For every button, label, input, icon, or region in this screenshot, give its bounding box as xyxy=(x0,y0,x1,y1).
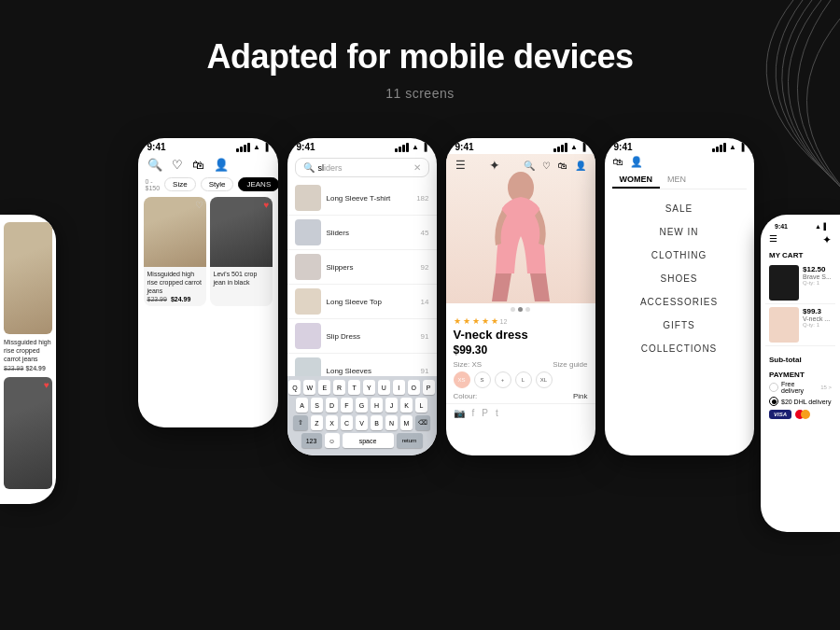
key-i[interactable]: I xyxy=(393,380,405,395)
key-s[interactable]: S xyxy=(311,398,323,413)
key-t[interactable]: T xyxy=(348,380,360,395)
result-thumb-4 xyxy=(295,323,321,349)
star-4: ★ xyxy=(482,316,489,326)
wishlist-heart[interactable]: ♥ xyxy=(44,380,49,390)
nav-clothing[interactable]: CLOTHING xyxy=(605,244,754,267)
style-filter[interactable]: Style xyxy=(201,177,234,191)
nav-gifts[interactable]: GIFTS xyxy=(605,314,754,337)
search-icon[interactable]: 🔍 xyxy=(147,158,162,172)
heart-icon[interactable]: ♡ xyxy=(172,158,183,172)
bag-icon-3[interactable]: 🛍 xyxy=(558,161,567,171)
product-card-1[interactable]: ♡ Missguided high rise cropped carrot je… xyxy=(144,197,206,306)
heart-1[interactable]: ♡ xyxy=(195,200,203,210)
twitter-icon[interactable]: t xyxy=(496,408,498,418)
search-bar[interactable]: 🔍 sliders ✕ xyxy=(295,158,429,177)
bag-icon-4[interactable]: 🛍 xyxy=(612,156,623,168)
search-result-3[interactable]: Long Sleeve Top 14 xyxy=(287,285,437,319)
product-model-figure xyxy=(479,171,563,301)
key-u[interactable]: U xyxy=(378,380,390,395)
subtotal-label: Sub-total xyxy=(769,356,802,364)
cart-qty-1: Q-ty: 1 xyxy=(803,280,832,286)
product-card-2[interactable]: ♥ Levi's 501 crop jean in black xyxy=(210,197,273,306)
time-2: 9:41 xyxy=(297,142,315,152)
key-n[interactable]: N xyxy=(385,415,398,430)
key-o[interactable]: O xyxy=(408,380,420,395)
jeans-filter[interactable]: JEANS xyxy=(238,177,277,191)
key-b[interactable]: B xyxy=(371,415,383,430)
hamburger-icon[interactable]: ☰ xyxy=(455,159,466,172)
size-guide[interactable]: Size guide xyxy=(553,360,587,369)
key-e[interactable]: E xyxy=(318,380,330,395)
key-d[interactable]: D xyxy=(326,398,338,413)
key-shift[interactable]: ⇧ xyxy=(293,415,308,430)
instagram-icon[interactable]: 📷 xyxy=(454,408,465,418)
status-bar-2: 9:41 ▲ ▐ xyxy=(287,138,437,154)
search-result-0[interactable]: Long Sleeve T-shirt 182 xyxy=(287,181,437,216)
heart-2[interactable]: ♥ xyxy=(264,200,270,210)
key-c[interactable]: C xyxy=(341,415,353,430)
search-result-4[interactable]: Slip Dress 91 xyxy=(287,319,437,354)
free-radio[interactable] xyxy=(769,383,778,392)
heart-icon-3[interactable]: ♡ xyxy=(542,161,551,171)
key-q[interactable]: Q xyxy=(288,380,301,395)
dhl-radio[interactable] xyxy=(769,397,778,406)
nav-new-in[interactable]: NEW IN xyxy=(605,220,754,244)
pinterest-icon[interactable]: P xyxy=(482,408,488,418)
key-x[interactable]: X xyxy=(326,415,338,430)
key-h[interactable]: H xyxy=(371,398,383,413)
key-return[interactable]: return xyxy=(397,433,423,448)
facebook-icon[interactable]: f xyxy=(472,408,475,418)
user-icon[interactable]: 👤 xyxy=(214,158,229,172)
nav-shoes[interactable]: SHOES xyxy=(605,267,754,290)
key-p[interactable]: P xyxy=(423,380,435,395)
product-detail-title: V-neck dress xyxy=(446,326,595,343)
screen-count: 11 screens xyxy=(19,86,821,101)
key-y[interactable]: Y xyxy=(363,380,375,395)
partial-product-name: Missguided high rise cropped carrot jean… xyxy=(4,338,52,363)
bag-icon[interactable]: 🛍 xyxy=(192,158,204,172)
search-result-1[interactable]: Sliders 45 xyxy=(287,216,437,250)
delivery-options-partial: Free delivery 15 > $20 DHL delivery xyxy=(765,381,835,406)
nav-accessories[interactable]: ACCESSORIES xyxy=(605,290,754,314)
key-w[interactable]: W xyxy=(303,380,315,395)
user-icon-3[interactable]: 👤 xyxy=(575,161,586,171)
size-m[interactable]: + xyxy=(495,371,511,388)
key-123[interactable]: 123 xyxy=(301,433,322,448)
time-3: 9:41 xyxy=(455,142,474,152)
key-k[interactable]: K xyxy=(400,398,413,413)
product-grid: ♡ Missguided high rise cropped carrot je… xyxy=(138,197,278,306)
size-xl[interactable]: XL xyxy=(536,371,553,388)
key-m[interactable]: M xyxy=(400,415,413,430)
clear-search-button[interactable]: ✕ xyxy=(413,162,421,173)
colour-value: Pink xyxy=(573,392,588,400)
key-f[interactable]: F xyxy=(341,398,353,413)
size-l[interactable]: L xyxy=(515,371,532,388)
size-s[interactable]: S xyxy=(474,371,491,388)
nav-icons-3: 🔍 ♡ 🛍 👤 xyxy=(524,161,586,171)
key-r[interactable]: R xyxy=(333,380,345,395)
key-emoji[interactable]: ☺ xyxy=(325,433,340,448)
key-a[interactable]: A xyxy=(296,398,308,413)
hamburger-partial[interactable]: ☰ xyxy=(769,233,777,246)
wifi-icon-2: ▲ xyxy=(412,143,419,151)
header-section: Adapted for mobile devices 11 screens xyxy=(0,0,840,129)
key-g[interactable]: G xyxy=(356,398,368,413)
tab-men[interactable]: MEN xyxy=(660,172,693,189)
nav-sale[interactable]: SALE xyxy=(605,197,754,220)
key-l[interactable]: L xyxy=(415,398,427,413)
user-icon-4[interactable]: 👤 xyxy=(630,156,643,168)
cart-name-2: V-neck ... xyxy=(803,315,830,322)
key-v[interactable]: V xyxy=(356,415,368,430)
tab-women[interactable]: WOMEN xyxy=(612,172,661,189)
key-space[interactable]: space xyxy=(343,433,394,448)
size-xs[interactable]: XS xyxy=(454,371,470,388)
key-delete[interactable]: ⌫ xyxy=(415,415,430,430)
cart-price-1: $12.50 xyxy=(803,265,832,273)
search-icon-3[interactable]: 🔍 xyxy=(524,161,535,171)
key-j[interactable]: J xyxy=(385,398,398,413)
search-result-2[interactable]: Slippers 92 xyxy=(287,250,437,285)
nav-collections[interactable]: COLLECTIONS xyxy=(605,337,754,360)
key-z[interactable]: Z xyxy=(311,415,323,430)
price-filter[interactable]: 0 - $150 xyxy=(146,178,161,191)
size-filter[interactable]: Size xyxy=(164,177,196,191)
